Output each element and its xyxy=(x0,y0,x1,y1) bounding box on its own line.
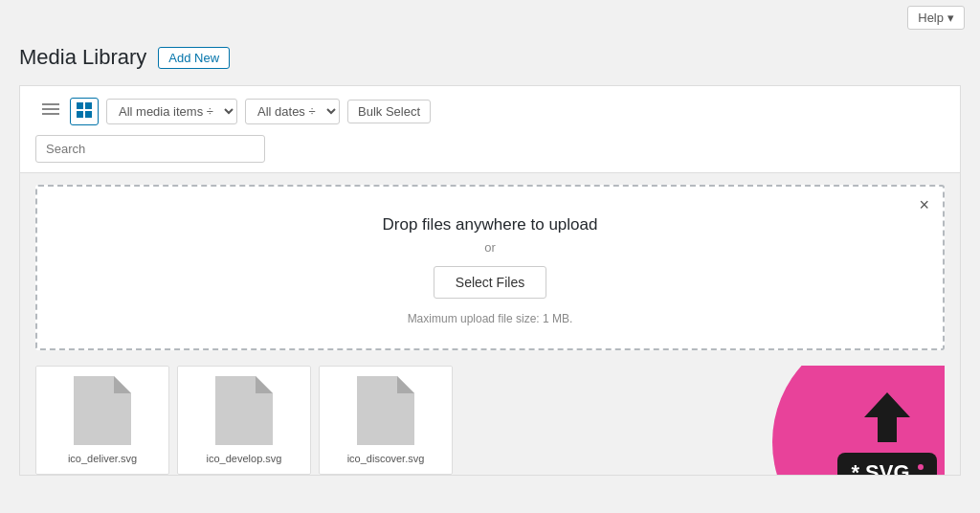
view-icons xyxy=(35,98,99,125)
upload-or-text: or xyxy=(56,240,924,255)
svg-rect-6 xyxy=(85,111,92,118)
add-new-button[interactable]: Add New xyxy=(158,47,230,69)
bulk-select-button[interactable]: Bulk Select xyxy=(347,100,431,123)
media-filename: ico_deliver.svg xyxy=(68,453,137,464)
media-filename: ico_discover.svg xyxy=(347,453,425,464)
top-bar: Help ▾ xyxy=(0,0,980,35)
list-item[interactable]: ico_discover.svg xyxy=(319,366,453,475)
svg-marker-10 xyxy=(256,376,273,393)
svg-marker-8 xyxy=(114,376,131,393)
media-filename: ico_develop.svg xyxy=(207,453,282,464)
file-icon-develop xyxy=(215,376,273,445)
grid-view-button[interactable] xyxy=(70,98,99,125)
file-icon-discover xyxy=(357,376,414,445)
svg-rect-0 xyxy=(42,103,59,105)
help-arrow-icon: ▾ xyxy=(947,11,954,25)
upload-close-button[interactable]: × xyxy=(919,196,929,213)
svg-rect-1 xyxy=(42,108,59,110)
list-item[interactable]: ico_deliver.svg xyxy=(35,366,169,475)
page-title: Media Library xyxy=(19,45,146,70)
svg-label-text: *.SVG xyxy=(851,460,909,476)
dot-1 xyxy=(918,464,924,470)
svg-rect-2 xyxy=(42,113,59,115)
media-grid: ico_deliver.svg ico_develop.svg xyxy=(35,366,945,475)
svg-label-box: *.SVG xyxy=(837,453,936,476)
svg-dots xyxy=(918,464,924,475)
list-view-button[interactable] xyxy=(35,98,66,125)
upload-badge: *.SVG xyxy=(772,366,945,475)
svg-rect-5 xyxy=(77,111,83,118)
toolbar-row: All media items ÷ All dates ÷ Bulk Selec… xyxy=(35,98,945,125)
page-header: Media Library Add New xyxy=(19,45,961,70)
toolbar-wrapper: All media items ÷ All dates ÷ Bulk Selec… xyxy=(19,85,961,173)
list-item[interactable]: ico_develop.svg xyxy=(177,366,311,475)
upload-arrow-icon xyxy=(864,392,910,445)
list-view-icon xyxy=(42,103,59,117)
select-files-button[interactable]: Select Files xyxy=(434,266,546,299)
file-icon-deliver xyxy=(74,376,131,445)
grid-view-icon xyxy=(77,102,92,118)
page-wrapper: Help ▾ Media Library Add New xyxy=(0,0,980,513)
svg-marker-12 xyxy=(397,376,414,393)
help-label: Help xyxy=(918,11,944,25)
media-filter-select[interactable]: All media items ÷ xyxy=(106,99,237,124)
svg-marker-13 xyxy=(864,392,910,442)
svg-rect-3 xyxy=(77,102,83,109)
upload-badge-container: *.SVG xyxy=(460,366,945,475)
upload-drop-zone: × Drop files anywhere to upload or Selec… xyxy=(35,185,945,350)
svg-rect-4 xyxy=(85,102,92,109)
dates-filter-select[interactable]: All dates ÷ xyxy=(245,99,340,124)
help-button[interactable]: Help ▾ xyxy=(907,6,965,30)
upload-title: Drop files anywhere to upload xyxy=(56,215,924,234)
upload-container: × Drop files anywhere to upload or Selec… xyxy=(19,173,961,476)
search-input[interactable] xyxy=(35,135,265,163)
upload-note: Maximum upload file size: 1 MB. xyxy=(56,312,924,325)
main-content: Media Library Add New xyxy=(0,35,980,495)
